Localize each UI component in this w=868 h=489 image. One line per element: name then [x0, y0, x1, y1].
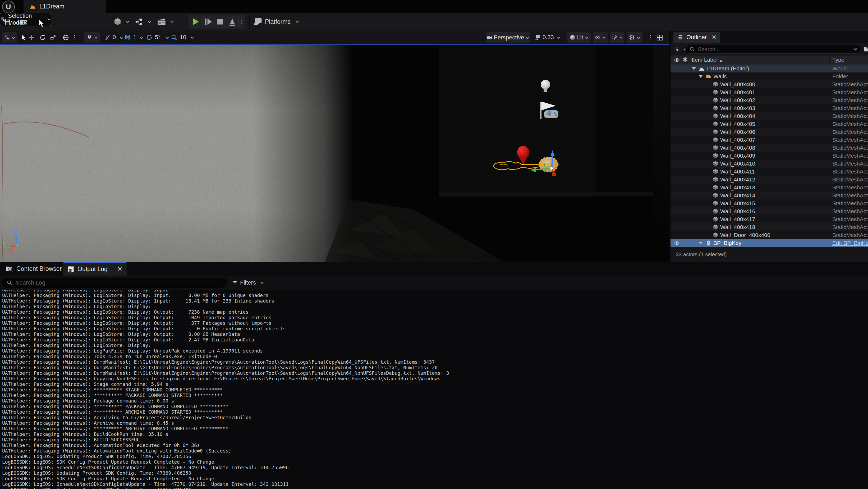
outliner-row[interactable]: Wall_400x414StaticMeshActor [671, 191, 868, 200]
transform-mode-dropdown[interactable] [2, 32, 17, 43]
main-toolbar: Selection Mode ⋮ Platforms [0, 13, 868, 31]
outliner-row-label: Wall_400x410 [720, 160, 755, 167]
outliner-row[interactable]: Wall_400x405StaticMeshActor [671, 120, 868, 128]
outliner-row[interactable]: Wall_400x410StaticMeshActor [671, 160, 868, 168]
log-search-input[interactable]: Search Log [2, 278, 227, 288]
level-tab[interactable]: L1Dream [24, 0, 106, 13]
viewport-kebab-menu[interactable]: ⋮ [648, 34, 653, 40]
eye-icon[interactable] [674, 240, 680, 246]
transform-kebab-menu[interactable]: ⋮ [72, 34, 77, 40]
outliner-row[interactable]: Wall_400x402StaticMeshActor [671, 96, 868, 104]
scale-snap-value[interactable]: 10 [180, 34, 186, 41]
outliner-row[interactable]: Wall_400x408StaticMeshActor [671, 144, 868, 152]
chevron-down-icon [637, 36, 640, 39]
outliner-search-input[interactable]: Search... [685, 45, 861, 54]
filter-icon[interactable] [674, 46, 681, 52]
outliner-row-label: Wall_400x416 [720, 208, 755, 214]
scale-snap-icon[interactable] [171, 34, 178, 41]
log-lines: UATHelper: Packaging (Windows): LogIoSto… [0, 290, 868, 489]
chevron-down-icon [190, 36, 194, 39]
surface-snapping-dropdown[interactable] [84, 32, 100, 43]
expand-arrow-icon[interactable] [699, 242, 703, 244]
maximize-viewport-button[interactable] [656, 34, 663, 41]
log-filters-dropdown[interactable]: Filters [231, 278, 264, 288]
outliner-row-type: StaticMeshActor [832, 153, 868, 159]
outliner-row[interactable]: Wall_400x418StaticMeshActor [671, 223, 868, 231]
close-icon[interactable]: ✕ [712, 34, 716, 41]
screen-percentage-icon[interactable] [534, 34, 541, 41]
performance-dial-dropdown[interactable] [610, 32, 624, 43]
create-folder-icon[interactable] [863, 45, 868, 53]
outliner-tab[interactable]: Outliner ✕ [673, 32, 720, 43]
scale-tool-button[interactable] [50, 34, 57, 41]
browse-content-button[interactable] [20, 18, 28, 26]
rotation-snap-icon[interactable] [146, 34, 153, 41]
outliner-row-label: Wall_400x411 [720, 169, 755, 175]
outliner-row[interactable]: Wall_Door_400x400StaticMeshActor [671, 231, 868, 239]
perspective-dropdown[interactable]: Perspective [486, 32, 530, 43]
launch-button[interactable] [226, 17, 238, 26]
outliner-row[interactable]: BP_BigKeyEdit BP_BigKey [671, 239, 868, 247]
unreal-logo-icon[interactable]: U [2, 1, 15, 13]
outliner-row[interactable]: L1Dream (Editor)World [671, 64, 868, 72]
play-button[interactable] [188, 17, 202, 26]
world-local-space-button[interactable] [62, 34, 69, 41]
output-log-view[interactable]: UATHelper: Packaging (Windows): LogIoSto… [0, 290, 868, 489]
cinematics-button[interactable] [157, 17, 166, 26]
column-divider[interactable] [829, 56, 830, 64]
rotation-snap-value[interactable]: 5° [155, 34, 160, 41]
outliner-row[interactable]: Wall_400x411StaticMeshActor [671, 168, 868, 176]
level-viewport[interactable]: Z Y X [0, 44, 670, 262]
viewport-settings-dropdown[interactable]: ⚙ [627, 32, 643, 43]
static-mesh-cube-icon [712, 216, 719, 222]
outliner-row[interactable]: Wall_400x415StaticMeshActor [671, 200, 868, 207]
outliner-row[interactable]: Wall_400x412StaticMeshActor [671, 176, 868, 184]
outliner-row-type: StaticMeshActor [832, 113, 868, 119]
screen-percentage-value[interactable]: 0.33 [542, 34, 554, 41]
tab-content-browser[interactable]: Content Browser [0, 262, 67, 276]
outliner-row-type: StaticMeshActor [832, 81, 868, 88]
outliner-row-type: StaticMeshActor [832, 160, 868, 167]
item-label-column-header[interactable]: Item Label ▲ [692, 57, 723, 63]
outliner-row[interactable]: WallsFolder [671, 72, 868, 81]
lit-viewmode-dropdown[interactable]: Lit [567, 32, 591, 43]
visibility-column-eye-icon[interactable] [674, 57, 680, 63]
log-line: UATHelper: Packaging (Windows): ********… [2, 387, 868, 393]
tab-output-log[interactable]: Output Log ✕ [63, 262, 127, 276]
type-column-header[interactable]: Type [832, 57, 844, 63]
grid-snap-icon[interactable] [124, 34, 131, 41]
save-button[interactable] [4, 18, 12, 26]
rotate-tool-button[interactable] [39, 34, 46, 41]
log-line: UATHelper: Packaging (Windows): Stage co… [2, 381, 868, 387]
frame-skip-button[interactable] [203, 17, 214, 26]
outliner-row[interactable]: Wall_400x404StaticMeshActor [671, 112, 868, 120]
static-mesh-cube-icon [712, 81, 719, 88]
grid-snap-value[interactable]: 1 [133, 34, 136, 41]
expand-arrow-icon[interactable] [692, 67, 696, 70]
pinned-column-star-icon[interactable]: ✱ [683, 56, 687, 63]
outliner-row-label: Wall_400x417 [720, 216, 755, 222]
outliner-row[interactable]: Wall_400x403StaticMeshActor [671, 104, 868, 112]
play-options-kebab-menu[interactable]: ⋮ [239, 19, 245, 25]
platforms-dropdown[interactable]: Platforms [253, 16, 299, 28]
outliner-row[interactable]: Wall_400x413StaticMeshActor [671, 184, 868, 191]
expand-arrow-icon[interactable] [699, 75, 703, 78]
outliner-row[interactable]: Wall_400x416StaticMeshActor [671, 207, 868, 215]
stop-button[interactable] [214, 17, 226, 26]
show-flags-dropdown[interactable] [593, 32, 608, 43]
outliner-row[interactable]: Wall_400x407StaticMeshActor [671, 136, 868, 144]
blueprints-button[interactable] [135, 18, 144, 26]
level-tab-icon [29, 3, 36, 10]
move-tool-button[interactable] [28, 34, 35, 41]
outliner-row[interactable]: Wall_400x417StaticMeshActor [671, 215, 868, 223]
select-tool-button[interactable] [20, 34, 27, 41]
edit-blueprint-link[interactable]: Edit BP_BigKey [832, 240, 868, 246]
actor-snap-icon[interactable] [104, 34, 111, 41]
add-actor-button[interactable] [113, 18, 123, 26]
close-icon[interactable]: ✕ [117, 266, 122, 273]
actor-snap-value[interactable]: 0 [113, 34, 116, 41]
outliner-row[interactable]: Wall_400x401StaticMeshActor [671, 88, 868, 96]
outliner-row[interactable]: Wall_400x406StaticMeshActor [671, 128, 868, 136]
outliner-row[interactable]: Wall_400x400StaticMeshActor [671, 81, 868, 88]
outliner-row[interactable]: Wall_400x409StaticMeshActor [671, 152, 868, 160]
